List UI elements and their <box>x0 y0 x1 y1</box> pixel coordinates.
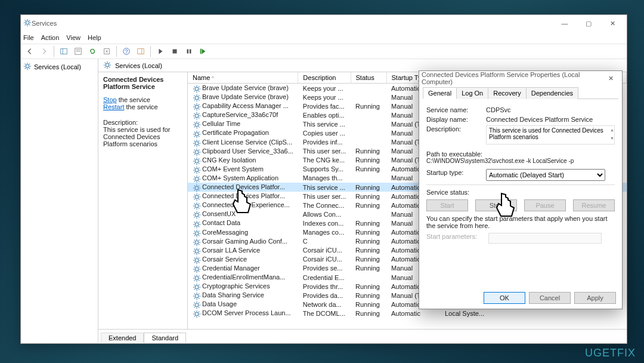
apply-button[interactable]: Apply <box>574 292 616 304</box>
description-box[interactable]: This service is used for Connected Devic… <box>486 125 615 144</box>
services-app-icon <box>23 19 32 28</box>
svg-rect-19 <box>173 50 177 54</box>
gear-icon <box>23 62 32 72</box>
tab-general[interactable]: General <box>423 87 457 99</box>
pause-button[interactable]: Pause <box>524 199 566 211</box>
maximize-button[interactable]: ▢ <box>577 15 600 32</box>
gear-icon <box>103 61 112 70</box>
svg-rect-20 <box>187 50 189 54</box>
col-name[interactable]: Name <box>188 72 298 84</box>
pause-service-button[interactable] <box>182 45 196 58</box>
menu-file[interactable]: File <box>23 34 34 41</box>
path-value: C:\WINDOWS\system32\svchost.exe -k Local… <box>426 158 615 164</box>
service-properties-dialog: Connected Devices Platform Service Prope… <box>419 70 623 309</box>
menu-help[interactable]: Help <box>88 34 101 41</box>
tab-logon[interactable]: Log On <box>456 87 488 99</box>
svg-rect-21 <box>190 50 191 54</box>
service-name-value: CDPSvc <box>486 106 615 113</box>
nav-services-local-label: Services (Local) <box>34 63 81 70</box>
col-status[interactable]: Status <box>351 72 386 84</box>
nav-services-local[interactable]: Services (Local) <box>23 61 95 72</box>
svg-rect-22 <box>200 49 202 54</box>
window-title: Services <box>32 20 553 27</box>
selected-service-name: Connected Devices Platform Service <box>103 76 163 90</box>
export-button[interactable] <box>100 45 113 58</box>
description-text: This service is used for Connected Devic… <box>103 126 182 147</box>
startup-type-select[interactable]: Automatic (Delayed Start) <box>486 169 605 181</box>
tab-recovery[interactable]: Recovery <box>488 87 526 99</box>
stop-button[interactable]: Stop <box>475 199 517 211</box>
back-button[interactable] <box>23 45 36 58</box>
startup-type-label: Startup type: <box>426 169 486 181</box>
cancel-button[interactable]: Cancel <box>529 292 571 304</box>
resume-button[interactable]: Resume <box>573 199 615 211</box>
forward-button[interactable] <box>38 45 51 58</box>
help-button[interactable]: ? <box>120 45 133 58</box>
description-label: Description: <box>103 119 182 126</box>
restart-service-button[interactable] <box>197 45 210 58</box>
properties-button[interactable] <box>72 45 85 58</box>
table-row[interactable]: DCOM Server Process Laun...The DCOML...R… <box>188 309 627 318</box>
stop-link[interactable]: Stop <box>103 96 117 103</box>
minimize-button[interactable]: — <box>553 15 577 32</box>
stop-service-button[interactable] <box>168 45 181 58</box>
service-name-label: Service name: <box>426 106 486 113</box>
show-hide-tree-button[interactable] <box>57 45 70 58</box>
tab-extended[interactable]: Extended <box>101 333 144 343</box>
refresh-button[interactable] <box>86 45 99 58</box>
service-status-label: Service status: <box>426 189 486 196</box>
menu-action[interactable]: Action <box>41 34 60 41</box>
tab-dependencies[interactable]: Dependencies <box>526 87 578 99</box>
content-title: Services (Local) <box>115 62 162 69</box>
nav-tree: Services (Local) <box>21 59 98 342</box>
restart-link[interactable]: Restart <box>103 103 124 110</box>
start-params-input <box>488 233 602 244</box>
ok-button[interactable]: OK <box>484 292 525 304</box>
start-service-button[interactable] <box>154 45 167 58</box>
titlebar[interactable]: Services — ▢ ✕ <box>21 15 627 32</box>
detail-panel: Connected Devices Platform Service Stop … <box>98 72 188 329</box>
watermark: UGETFIX <box>585 347 636 359</box>
display-name-value: Connected Devices Platform Service <box>486 116 615 123</box>
start-button[interactable]: Start <box>426 199 468 211</box>
tab-standard[interactable]: Standard <box>144 333 186 343</box>
menu-bar: File Action View Help <box>21 32 627 44</box>
close-button[interactable]: ✕ <box>600 15 624 32</box>
menu-view[interactable]: View <box>66 34 80 41</box>
svg-text:?: ? <box>125 48 128 54</box>
description-label: Description: <box>426 125 486 144</box>
dialog-close-button[interactable]: ✕ <box>602 72 620 85</box>
action-pane-button[interactable] <box>134 45 147 58</box>
col-description[interactable]: Description <box>298 72 351 84</box>
path-label: Path to executable: <box>426 150 615 158</box>
svg-rect-17 <box>138 49 144 54</box>
toolbar: ? <box>21 44 627 59</box>
svg-rect-9 <box>61 49 67 54</box>
display-name-label: Display name: <box>426 116 486 123</box>
dialog-title: Connected Devices Platform Service Prope… <box>422 71 602 85</box>
start-params-label: Start parameters: <box>426 233 486 244</box>
help-text: You can specify the start parameters tha… <box>426 215 615 229</box>
